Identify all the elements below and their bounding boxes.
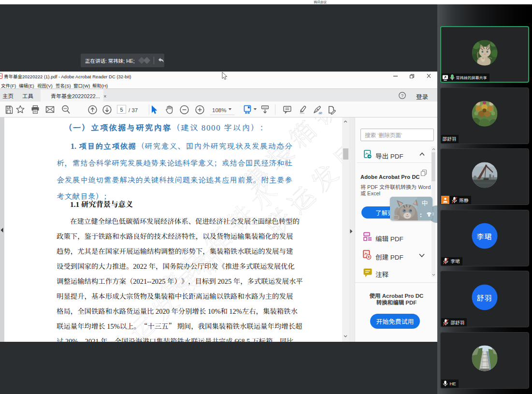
svg-text:ab: ab	[319, 111, 323, 115]
svg-text:中: 中	[421, 198, 428, 207]
svg-text:?: ?	[401, 93, 403, 98]
